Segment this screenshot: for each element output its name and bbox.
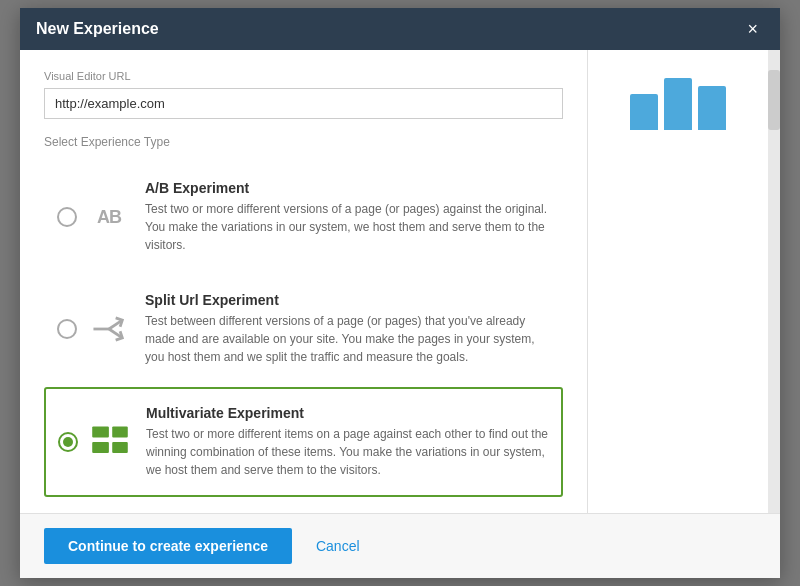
chart-bar-2 — [664, 78, 692, 130]
modal-footer: Continue to create experience Cancel — [20, 513, 780, 578]
experience-options: AB A/B Experiment Test two or more diffe… — [44, 163, 563, 501]
chart-bar-3 — [698, 86, 726, 130]
new-experience-modal: New Experience × Visual Editor URL Selec… — [20, 8, 780, 578]
ab-option-desc: Test two or more different versions of a… — [145, 200, 550, 254]
modal-left-panel: Visual Editor URL Select Experience Type… — [20, 50, 588, 513]
modal-body: Visual Editor URL Select Experience Type… — [20, 50, 780, 513]
ab-radio[interactable] — [57, 207, 77, 227]
split-option-desc: Test between different versions of a pag… — [145, 312, 550, 366]
split-radio[interactable] — [57, 319, 77, 339]
svg-rect-6 — [112, 442, 128, 453]
multivariate-option-title: Multivariate Experiment — [146, 405, 549, 421]
split-icon — [89, 309, 129, 349]
modal-title: New Experience — [36, 20, 159, 38]
close-button[interactable]: × — [741, 18, 764, 40]
url-section: Visual Editor URL — [44, 70, 563, 119]
ab-icon: AB — [89, 197, 129, 237]
split-option-text: Split Url Experiment Test between differ… — [145, 292, 550, 366]
ab-option-title: A/B Experiment — [145, 180, 550, 196]
svg-rect-5 — [92, 442, 109, 453]
multivariate-radio[interactable] — [58, 432, 78, 452]
select-type-label: Select Experience Type — [44, 135, 563, 149]
cancel-button[interactable]: Cancel — [308, 528, 368, 564]
svg-rect-3 — [92, 426, 109, 437]
ab-option-text: A/B Experiment Test two or more differen… — [145, 180, 550, 254]
svg-rect-4 — [112, 426, 128, 437]
continue-button[interactable]: Continue to create experience — [44, 528, 292, 564]
chart-bar-1 — [630, 94, 658, 130]
multivariate-option-text: Multivariate Experiment Test two or more… — [146, 405, 549, 479]
multivariate-experiment-option[interactable]: Multivariate Experiment Test two or more… — [44, 387, 563, 497]
multivariate-option-desc: Test two or more different items on a pa… — [146, 425, 549, 479]
modal-header: New Experience × — [20, 8, 780, 50]
url-input[interactable] — [44, 88, 563, 119]
split-option-title: Split Url Experiment — [145, 292, 550, 308]
ab-experiment-option[interactable]: AB A/B Experiment Test two or more diffe… — [44, 163, 563, 271]
radio-inner-dot — [63, 437, 73, 447]
modal-right-panel — [588, 50, 768, 513]
url-field-label: Visual Editor URL — [44, 70, 563, 82]
right-chart-bars — [630, 78, 726, 130]
multivariate-icon — [90, 422, 130, 462]
scrollbar-thumb[interactable] — [768, 70, 780, 130]
split-experiment-option[interactable]: Split Url Experiment Test between differ… — [44, 275, 563, 383]
scrollbar-track[interactable] — [768, 50, 780, 513]
